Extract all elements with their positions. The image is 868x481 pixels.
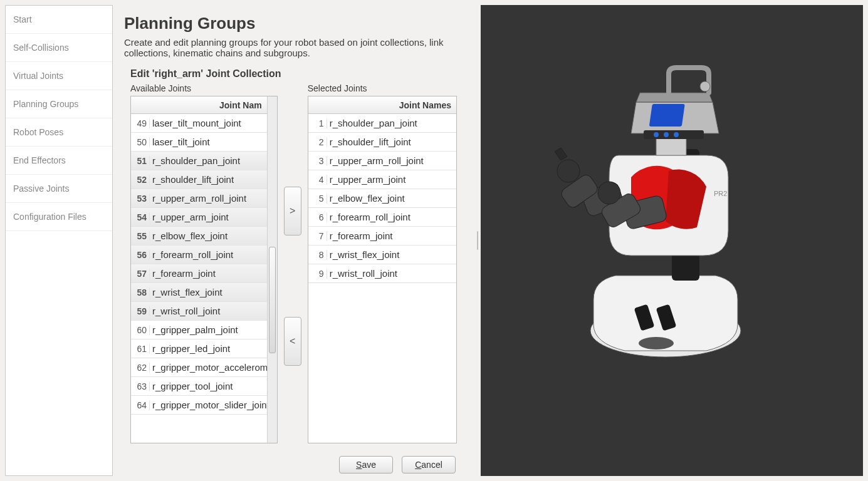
row-index: 59 xyxy=(131,306,150,316)
table-row[interactable]: 52r_shoulder_lift_joint xyxy=(131,170,267,189)
joint-name: r_upper_arm_roll_joint xyxy=(327,155,456,166)
row-index: 4 xyxy=(308,175,327,185)
sidebar-item-end-effectors[interactable]: End Effectors xyxy=(6,147,112,175)
row-index: 2 xyxy=(308,137,327,147)
joint-name: r_forearm_roll_joint xyxy=(327,212,456,222)
joint-name: r_shoulder_pan_joint xyxy=(327,118,456,128)
available-joints-label: Available Joints xyxy=(130,83,278,93)
selected-joints-table[interactable]: Joint Names 1r_shoulder_pan_joint2r_shou… xyxy=(308,96,456,443)
joint-name: laser_tilt_mount_joint xyxy=(150,118,267,128)
page-subtitle: Create and edit planning groups for your… xyxy=(124,37,457,58)
table-row[interactable]: 49laser_tilt_mount_joint xyxy=(131,114,267,133)
edit-collection-label: Edit 'right_arm' Joint Collection xyxy=(130,68,457,80)
joint-name: r_forearm_roll_joint xyxy=(150,249,267,260)
row-index: 61 xyxy=(131,344,150,354)
table-row[interactable]: 4r_upper_arm_joint xyxy=(308,170,456,189)
available-joints-column: Available Joints Joint Nam 49laser_tilt_… xyxy=(130,83,278,443)
svg-point-17 xyxy=(674,132,679,137)
sidebar-item-passive-joints[interactable]: Passive Joints xyxy=(6,175,112,203)
robot-3d-viewer[interactable]: PR2 xyxy=(481,5,863,476)
row-index: 55 xyxy=(131,231,150,241)
joint-name: r_upper_arm_roll_joint xyxy=(150,193,267,204)
selected-joints-column: Selected Joints Joint Names 1r_shoulder_… xyxy=(308,83,457,443)
sidebar-item-robot-poses[interactable]: Robot Poses xyxy=(6,118,112,147)
table-row[interactable]: 1r_shoulder_pan_joint xyxy=(308,114,456,133)
joint-name: r_gripper_tool_joint xyxy=(150,381,267,391)
joint-name: r_gripper_motor_slider_joint xyxy=(150,400,267,410)
row-index: 5 xyxy=(308,194,327,204)
sidebar-item-start[interactable]: Start xyxy=(6,6,112,34)
sidebar-item-virtual-joints[interactable]: Virtual Joints xyxy=(6,62,112,90)
svg-point-11 xyxy=(598,182,620,204)
available-scrollbar[interactable] xyxy=(267,96,277,443)
table-row[interactable]: 60r_gripper_palm_joint xyxy=(131,321,267,339)
main-panel: Planning Groups Create and edit planning… xyxy=(113,0,474,481)
row-index: 64 xyxy=(131,400,150,410)
add-joint-button[interactable]: > xyxy=(284,187,301,235)
svg-point-3 xyxy=(639,337,674,349)
selected-header[interactable]: Joint Names xyxy=(327,100,456,110)
table-row[interactable]: 61r_gripper_led_joint xyxy=(131,339,267,358)
table-row[interactable]: 54r_upper_arm_joint xyxy=(131,208,267,227)
svg-text:PR2: PR2 xyxy=(714,190,727,197)
sidebar-item-configuration-files[interactable]: Configuration Files xyxy=(6,203,112,231)
table-row[interactable]: 53r_upper_arm_roll_joint xyxy=(131,189,267,208)
table-row[interactable]: 9r_wrist_roll_joint xyxy=(308,264,456,283)
table-row[interactable]: 55r_elbow_flex_joint xyxy=(131,227,267,246)
row-index: 57 xyxy=(131,269,150,279)
table-row[interactable]: 7r_forearm_joint xyxy=(308,227,456,246)
table-row[interactable]: 6r_forearm_roll_joint xyxy=(308,208,456,227)
svg-point-15 xyxy=(654,132,659,137)
table-row[interactable]: 5r_elbow_flex_joint xyxy=(308,189,456,208)
table-row[interactable]: 50laser_tilt_joint xyxy=(131,133,267,152)
joint-name: r_elbow_flex_joint xyxy=(150,230,267,241)
joint-name: laser_tilt_joint xyxy=(150,137,267,147)
svg-point-16 xyxy=(664,132,669,137)
row-index: 7 xyxy=(308,231,327,241)
table-row[interactable]: 58r_wrist_flex_joint xyxy=(131,283,267,302)
joint-name: r_wrist_roll_joint xyxy=(150,306,267,316)
cancel-button[interactable]: Cancel xyxy=(402,456,456,473)
table-row[interactable]: 57r_forearm_joint xyxy=(131,264,267,283)
page-title: Planning Groups xyxy=(124,14,457,33)
row-index: 54 xyxy=(131,212,150,222)
row-index: 51 xyxy=(131,156,150,166)
remove-joint-button[interactable]: < xyxy=(284,317,301,366)
available-header[interactable]: Joint Nam xyxy=(150,100,267,110)
table-row[interactable]: 63r_gripper_tool_joint xyxy=(131,377,267,396)
joint-name: r_wrist_flex_joint xyxy=(150,287,267,297)
table-row[interactable]: 8r_wrist_flex_joint xyxy=(308,246,456,264)
table-row[interactable]: 62r_gripper_motor_accelerometer xyxy=(131,358,267,377)
table-row[interactable]: 3r_upper_arm_roll_joint xyxy=(308,152,456,170)
svg-point-8 xyxy=(557,160,580,182)
table-row[interactable]: 56r_forearm_roll_joint xyxy=(131,246,267,264)
table-row[interactable]: 51r_shoulder_pan_joint xyxy=(131,152,267,170)
table-row[interactable]: 59r_wrist_roll_joint xyxy=(131,302,267,321)
row-index: 56 xyxy=(131,250,150,260)
row-index: 62 xyxy=(131,363,150,373)
joint-name: r_shoulder_lift_joint xyxy=(327,137,456,147)
joint-name: r_upper_arm_joint xyxy=(327,174,456,185)
row-index: 52 xyxy=(131,175,150,185)
save-button[interactable]: Save xyxy=(339,456,393,473)
sidebar-item-self-collisions[interactable]: Self-Collisions xyxy=(6,34,112,62)
joint-name: r_forearm_joint xyxy=(327,230,456,241)
row-index: 58 xyxy=(131,287,150,297)
svg-point-18 xyxy=(700,81,710,91)
transfer-buttons: > < xyxy=(284,83,301,443)
selected-joints-label: Selected Joints xyxy=(308,83,457,93)
available-joints-table[interactable]: Joint Nam 49laser_tilt_mount_joint50lase… xyxy=(131,96,267,443)
joint-name: r_gripper_motor_accelerometer xyxy=(150,362,267,373)
row-index: 3 xyxy=(308,156,327,166)
row-index: 53 xyxy=(131,194,150,204)
row-index: 49 xyxy=(131,118,150,128)
svg-rect-13 xyxy=(649,104,685,127)
pane-splitter[interactable] xyxy=(476,5,479,476)
table-row[interactable]: 2r_shoulder_lift_joint xyxy=(308,133,456,152)
joint-name: r_gripper_led_joint xyxy=(150,343,267,354)
row-index: 50 xyxy=(131,137,150,147)
sidebar-item-planning-groups[interactable]: Planning Groups xyxy=(6,90,112,118)
row-index: 9 xyxy=(308,269,327,279)
table-row[interactable]: 64r_gripper_motor_slider_joint xyxy=(131,396,267,415)
joint-name: r_shoulder_pan_joint xyxy=(150,155,267,166)
